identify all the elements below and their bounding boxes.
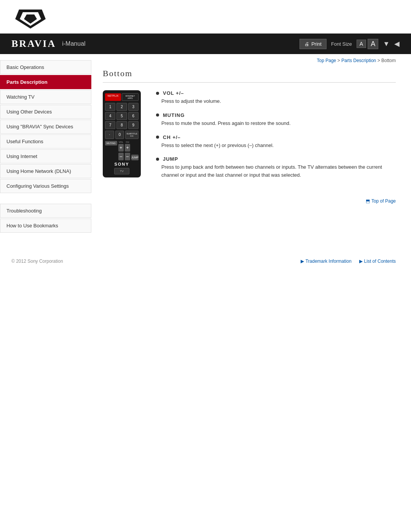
breadcrumb-current: Bottom: [381, 58, 396, 63]
breadcrumb-sep1: >: [338, 58, 341, 63]
feature-muting: MUTING Press to mute the sound. Press ag…: [156, 112, 396, 128]
remote-btn-dot: ·: [105, 131, 114, 139]
feature-jump-desc: Press to jump back and forth between two…: [161, 163, 396, 179]
remote-btn-subtitle: SUBTITLECC: [125, 131, 139, 139]
remote-btn-3: 3: [128, 103, 139, 111]
brand-name: BRAVIA: [11, 38, 56, 50]
remote-btn-8: 8: [116, 121, 127, 129]
list-of-contents-link[interactable]: ▶ List of Contents: [359, 259, 396, 264]
remote-ch-section: CH + –: [125, 141, 130, 160]
content-area: Top Page > Parts Description > Bottom Bo…: [91, 54, 411, 243]
feature-ch-desc: Press to select the next (+) or previous…: [161, 142, 396, 150]
feature-list: VOL +/– Press to adjust the volume. MUTI…: [156, 90, 396, 186]
sidebar-item-using-other-devices[interactable]: Using Other Devices: [0, 105, 91, 119]
sidebar-main-group: Basic Operations Parts Description Watch…: [0, 60, 91, 193]
remote-jump-section: JUMP: [131, 141, 139, 160]
sony-logo-icon: [15, 8, 46, 29]
feature-jump: JUMP Press to jump back and forth betwee…: [156, 156, 396, 179]
feature-muting-title: MUTING: [156, 112, 396, 118]
font-increase-button[interactable]: A: [368, 39, 378, 49]
nav-down-icon[interactable]: ▼: [383, 40, 390, 48]
header-left: BRAVIA i-Manual: [11, 38, 86, 50]
content-body: NETFLIX INTERNET APPS 1 2 3 4 5 6: [103, 90, 396, 186]
header-right: 🖨 Print Font Size A A ▼ ◀: [299, 39, 400, 49]
feature-vol-title: VOL +/–: [156, 90, 396, 96]
remote-control-image: NETFLIX INTERNET APPS 1 2 3 4 5 6: [103, 90, 145, 186]
bullet-muting: [156, 113, 159, 117]
remote-sony-logo: SONY: [105, 162, 139, 166]
feature-vol: VOL +/– Press to adjust the volume.: [156, 90, 396, 105]
feature-vol-desc: Press to adjust the volume.: [161, 97, 396, 105]
remote-netflix-btn: NETFLIX: [105, 93, 121, 101]
remote-vol-ch-section: MUTING VOL + – CH +: [105, 141, 139, 160]
remote-btn-5: 5: [116, 112, 127, 120]
bullet-vol: [156, 92, 159, 95]
remote-tv-btn: TV: [114, 168, 129, 174]
footer-right: ▶ Trademark Information ▶ List of Conten…: [301, 259, 396, 264]
remote-btn-6: 6: [128, 112, 139, 120]
feature-ch: CH +/– Press to select the next (+) or p…: [156, 134, 396, 150]
feature-muting-desc: Press to mute the sound. Press again to …: [161, 120, 396, 128]
trademark-link[interactable]: ▶ Trademark Information: [301, 259, 352, 264]
remote-body: NETFLIX INTERNET APPS 1 2 3 4 5 6: [103, 90, 141, 177]
remote-btn-4: 4: [105, 112, 115, 120]
sidebar-item-bookmarks[interactable]: How to Use Bookmarks: [0, 219, 91, 233]
feature-ch-title: CH +/–: [156, 134, 396, 140]
sidebar-item-troubleshooting[interactable]: Troubleshooting: [0, 204, 91, 218]
manual-label: i-Manual: [62, 40, 85, 47]
breadcrumb-sep2: >: [378, 58, 381, 63]
footer: © 2012 Sony Corporation ▶ Trademark Info…: [0, 251, 411, 272]
remote-btn-0: 0: [115, 131, 124, 139]
remote-btn-9: 9: [128, 121, 139, 129]
remote-ch-minus: –: [125, 153, 130, 160]
font-size-controls: A A: [357, 39, 378, 49]
logo-area: [0, 0, 411, 34]
nav-back-icon[interactable]: ◀: [394, 40, 400, 48]
remote-vol-minus: –: [118, 153, 124, 160]
trademark-arrow-icon: ▶: [301, 259, 304, 264]
remote-internet-apps-btn: INTERNET APPS: [122, 93, 139, 101]
print-icon: 🖨: [304, 41, 309, 47]
breadcrumb-top-page[interactable]: Top Page: [317, 58, 336, 63]
remote-muting-btn: MUTING: [105, 141, 117, 145]
remote-btn-1: 1: [105, 103, 115, 111]
top-of-page-row: ⬒ Top of Page: [103, 198, 396, 204]
copyright: © 2012 Sony Corporation: [11, 259, 63, 264]
remote-ch-plus: +: [125, 144, 130, 152]
remote-mute-section: MUTING: [105, 141, 117, 160]
page-title: Bottom: [103, 69, 396, 83]
bullet-jump: [156, 158, 159, 161]
font-size-label: Font Size: [331, 41, 352, 47]
bullet-ch: [156, 136, 159, 139]
remote-vol-plus: +: [118, 144, 124, 152]
main-container: Basic Operations Parts Description Watch…: [0, 54, 411, 243]
remote-jump-btn: JUMP: [131, 155, 139, 160]
breadcrumb-parts-description[interactable]: Parts Description: [341, 58, 376, 63]
sidebar-item-useful-functions[interactable]: Useful Functions: [0, 134, 91, 149]
sidebar-item-watching-tv[interactable]: Watching TV: [0, 90, 91, 104]
remote-number-grid: 1 2 3 4 5 6 7 8 9: [105, 103, 139, 129]
sidebar: Basic Operations Parts Description Watch…: [0, 54, 91, 243]
feature-jump-title: JUMP: [156, 156, 396, 162]
sidebar-bottom-group: Troubleshooting How to Use Bookmarks: [0, 204, 91, 233]
sidebar-item-configuring[interactable]: Configuring Various Settings: [0, 179, 91, 193]
remote-vol-section: VOL + –: [118, 141, 124, 160]
header-bar: BRAVIA i-Manual 🖨 Print Font Size A A ▼ …: [0, 34, 411, 54]
remote-zero-row: · 0 SUBTITLECC: [105, 131, 139, 139]
remote-btn-2: 2: [116, 103, 127, 111]
top-of-page-link[interactable]: ⬒ Top of Page: [366, 198, 396, 204]
remote-btn-7: 7: [105, 121, 115, 129]
font-decrease-button[interactable]: A: [357, 40, 366, 48]
remote-top-row: NETFLIX INTERNET APPS: [105, 93, 139, 101]
list-arrow-icon: ▶: [359, 259, 363, 264]
sidebar-item-parts-description[interactable]: Parts Description: [0, 75, 91, 89]
sidebar-item-using-internet[interactable]: Using Internet: [0, 149, 91, 163]
breadcrumb: Top Page > Parts Description > Bottom: [103, 58, 396, 63]
top-of-page-icon: ⬒: [366, 198, 370, 204]
sidebar-item-home-network[interactable]: Using Home Network (DLNA): [0, 164, 91, 178]
print-button[interactable]: 🖨 Print: [299, 39, 327, 49]
sidebar-item-bravia-sync[interactable]: Using "BRAVIA" Sync Devices: [0, 120, 91, 134]
sidebar-item-basic-operations[interactable]: Basic Operations: [0, 60, 91, 74]
